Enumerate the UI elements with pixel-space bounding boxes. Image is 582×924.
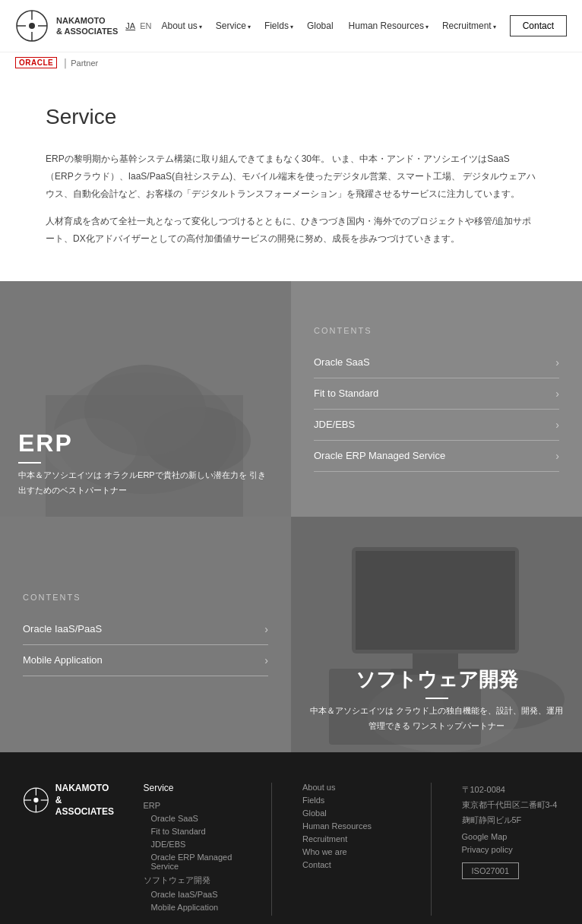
software-item-iaas[interactable]: Oracle IaaS/PaaS › <box>23 614 268 645</box>
erp-item-managed-service-label: Oracle ERP Managed Service <box>314 450 445 461</box>
nav-fields[interactable]: Fields <box>264 21 293 31</box>
lang-switch: JA EN <box>125 21 151 30</box>
footer-link-jde-ebs[interactable]: JDE/EBS <box>144 840 242 849</box>
software-item-mobile[interactable]: Mobile Application › <box>23 645 268 676</box>
nav-service[interactable]: Service <box>216 21 251 31</box>
chevron-right-icon: › <box>555 356 559 369</box>
footer-logo-text: NAKAMOTO & ASSOCIATES <box>55 783 121 818</box>
erp-item-fit-standard-label: Fit to Standard <box>314 388 378 399</box>
software-contents: CONTENTS Oracle IaaS/PaaS › Mobile Appli… <box>0 517 291 752</box>
logo-text: NAKAMOTO& ASSOCIATES <box>56 15 118 37</box>
erp-row: ERP 中本＆アソシエイツは オラクルERPで貴社の新しい潜在力を 引き出すため… <box>0 281 582 517</box>
footer-address: 〒102-0084 東京都千代田区二番町3-4 麹町静岡ビル5F <box>462 783 560 827</box>
nav-about[interactable]: About us <box>161 21 201 31</box>
footer-link-oracle-saas[interactable]: Oracle SaaS <box>144 814 242 823</box>
contact-button[interactable]: Contact <box>510 15 567 36</box>
chevron-right-icon: › <box>555 419 559 431</box>
footer-link-fit-standard[interactable]: Fit to Standard <box>144 827 242 836</box>
footer-link-iaas-paas[interactable]: Oracle IaaS/PaaS <box>144 890 242 899</box>
svg-point-21 <box>33 798 38 802</box>
software-description: 中本＆アソシエイツは クラウド上の独自機能を、設計、開発、運用管理できる ワンス… <box>309 704 564 734</box>
erp-item-fit-standard[interactable]: Fit to Standard › <box>314 378 559 410</box>
footer-link-software[interactable]: ソフトウェア開発 <box>144 875 242 886</box>
erp-item-oracle-saas[interactable]: Oracle SaaS › <box>314 347 559 378</box>
footer-link-hr[interactable]: Human Resources <box>302 821 400 831</box>
oracle-logo: ORACLE <box>15 57 57 68</box>
erp-description: 中本＆アソシエイツは オラクルERPで貴社の新しい潜在力を 引き出すためのベスト… <box>18 468 273 498</box>
footer-privacy-link[interactable]: Privacy policy <box>462 845 560 854</box>
footer-postal: 〒102-0084 <box>462 785 506 794</box>
service-desc-1: ERPの黎明期から基幹システム構築に取り組んできてまもなく30年。 いま、中本・… <box>46 150 536 202</box>
footer-logo: NAKAMOTO & ASSOCIATES <box>23 783 121 818</box>
erp-title-line <box>18 462 41 464</box>
erp-item-oracle-saas-label: Oracle SaaS <box>314 356 370 368</box>
oracle-partner-bar: ORACLE │ Partner <box>0 52 582 74</box>
nav-hr[interactable]: Human Resources <box>349 21 429 31</box>
footer-service-title: Service <box>144 783 242 793</box>
footer-about-col: About us Fields Global Human Resources R… <box>302 783 400 916</box>
lang-en[interactable]: EN <box>140 21 151 30</box>
footer-addr1: 東京都千代田区二番町3-4 麹町静岡ビル5F <box>462 800 558 824</box>
footer-link-fields[interactable]: Fields <box>302 796 400 805</box>
footer-link-who-we-are[interactable]: Who we are <box>302 847 400 856</box>
footer-service-col: Service ERP Oracle SaaS Fit to Standard … <box>144 783 242 916</box>
header: NAKAMOTO& ASSOCIATES JA EN About us Serv… <box>0 0 582 52</box>
erp-item-managed-service[interactable]: Oracle ERP Managed Service › <box>314 441 559 472</box>
software-item-iaas-label: Oracle IaaS/PaaS <box>23 623 102 634</box>
main-nav: About us Service Fields Global Human Res… <box>161 15 567 36</box>
software-title: ソフトウェア開発 <box>309 666 564 693</box>
chevron-right-icon: › <box>264 654 268 666</box>
nav-global[interactable]: Global <box>307 21 335 31</box>
iso-badge: ISO27001 <box>462 862 520 879</box>
logo-icon[interactable] <box>15 9 49 43</box>
partner-label: │ Partner <box>63 59 98 68</box>
nav-recruitment[interactable]: Recruitment <box>442 21 496 31</box>
erp-contents-label: CONTENTS <box>314 326 559 335</box>
erp-contents: CONTENTS Oracle SaaS › Fit to Standard ›… <box>291 281 582 517</box>
service-description: ERPの黎明期から基幹システム構築に取り組んできてまもなく30年。 いま、中本・… <box>46 150 536 248</box>
service-desc-2: 人材育成を含めて全社一丸となって変化しつづけるとともに、ひきつづき国内・海外での… <box>46 213 536 248</box>
erp-item-jde-ebs[interactable]: JDE/EBS › <box>314 410 559 441</box>
footer-link-oracle-erp-managed[interactable]: Oracle ERP Managed Service <box>144 853 242 871</box>
software-item-mobile-label: Mobile Application <box>23 654 103 666</box>
chevron-right-icon: › <box>555 388 559 400</box>
chevron-right-icon: › <box>555 450 559 462</box>
service-section: Service ERPの黎明期から基幹システム構築に取り組んできてまもなく30年… <box>0 74 582 281</box>
footer-link-about[interactable]: About us <box>302 783 400 792</box>
software-image: ソフトウェア開発 中本＆アソシエイツは クラウド上の独自機能を、設計、開発、運用… <box>291 517 582 752</box>
service-title: Service <box>46 105 536 129</box>
software-contents-label: CONTENTS <box>23 593 268 602</box>
footer-divider-2 <box>431 783 432 916</box>
footer: NAKAMOTO & ASSOCIATES Service ERP Oracle… <box>0 752 582 924</box>
footer-link-global[interactable]: Global <box>302 808 400 818</box>
chevron-right-icon: › <box>264 623 268 635</box>
footer-map-link[interactable]: Google Map <box>462 832 560 841</box>
footer-link-mobile-app[interactable]: Mobile Application <box>144 903 242 912</box>
footer-link-contact[interactable]: Contact <box>302 860 400 869</box>
erp-title: ERP <box>18 429 273 457</box>
lang-ja[interactable]: JA <box>125 21 135 30</box>
footer-logo-col: NAKAMOTO & ASSOCIATES <box>23 783 121 916</box>
header-left: NAKAMOTO& ASSOCIATES JA EN <box>15 9 151 43</box>
svg-point-1 <box>29 23 35 29</box>
erp-item-jde-ebs-label: JDE/EBS <box>314 419 355 430</box>
software-row: CONTENTS Oracle IaaS/PaaS › Mobile Appli… <box>0 517 582 752</box>
software-text: ソフトウェア開発 中本＆アソシエイツは クラウド上の独自機能を、設計、開発、運用… <box>309 666 564 734</box>
footer-logo-icon <box>23 786 49 814</box>
footer-link-recruitment[interactable]: Recruitment <box>302 834 400 843</box>
software-title-line <box>425 698 448 699</box>
footer-address-col: 〒102-0084 東京都千代田区二番町3-4 麹町静岡ビル5F Google … <box>462 783 560 916</box>
footer-divider-1 <box>271 783 272 916</box>
erp-image: ERP 中本＆アソシエイツは オラクルERPで貴社の新しい潜在力を 引き出すため… <box>0 281 291 517</box>
footer-link-erp[interactable]: ERP <box>144 801 242 810</box>
erp-text: ERP 中本＆アソシエイツは オラクルERPで貴社の新しい潜在力を 引き出すため… <box>18 429 273 498</box>
footer-top: NAKAMOTO & ASSOCIATES Service ERP Oracle… <box>23 783 559 916</box>
